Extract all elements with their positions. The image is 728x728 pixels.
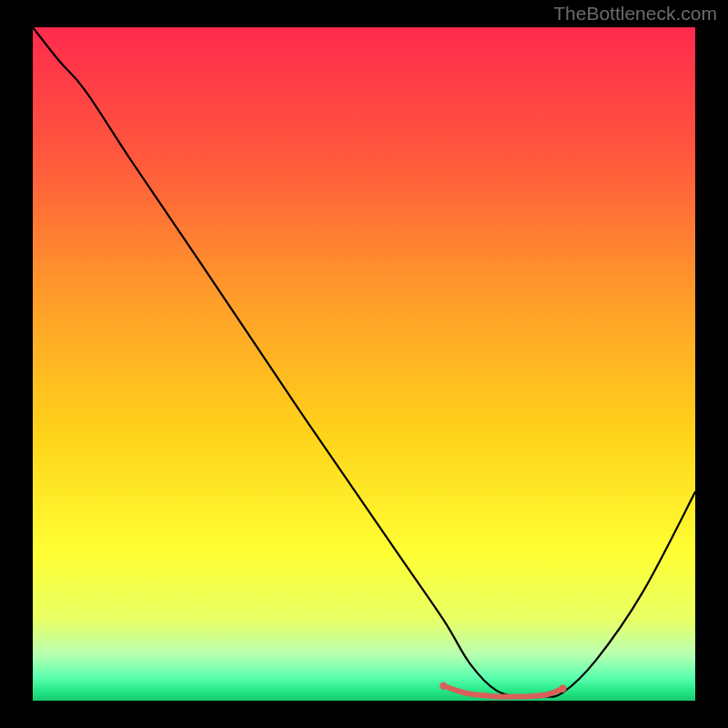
chart-container: TheBottleneck.com: [0, 0, 728, 728]
gradient-area: [33, 27, 695, 701]
watermark: TheBottleneck.com: [553, 3, 717, 24]
bottleneck-plot: TheBottleneck.com: [0, 0, 728, 728]
basin-marker-end-1: [559, 684, 566, 692]
basin-marker-end-0: [440, 682, 447, 690]
